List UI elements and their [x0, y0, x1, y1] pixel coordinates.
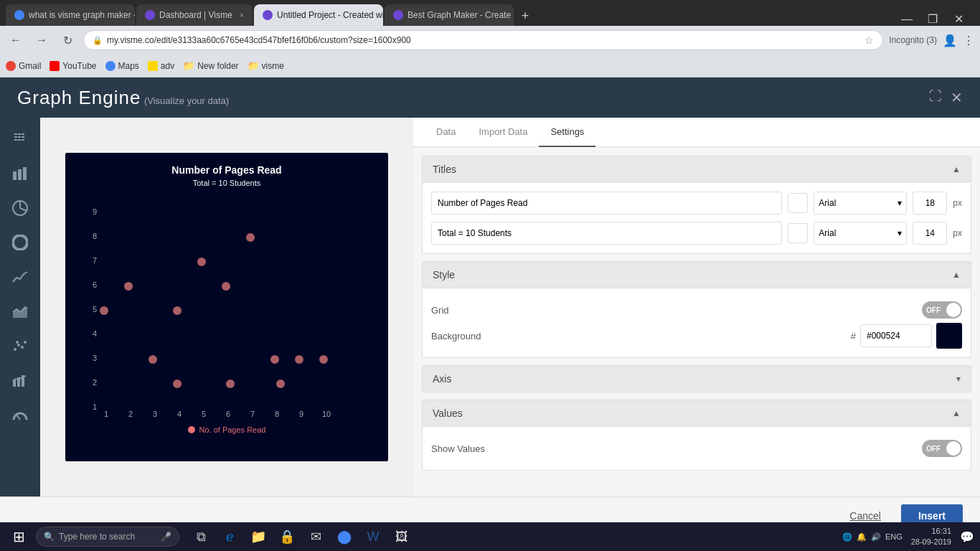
address-bar[interactable]: 🔒 my.visme.co/edit/e3133aa60c6765e43cd54… — [83, 30, 883, 50]
subtitle-size-input[interactable] — [913, 222, 947, 245]
tab-data[interactable]: Data — [425, 118, 467, 147]
tab4-label: Best Graph Maker - Create Free ... — [407, 10, 514, 20]
taskbar-edge[interactable]: ℯ — [218, 525, 241, 548]
taskbar-sys-icons: 🌐 🔔 🔊 ENG — [842, 532, 903, 542]
axis-collapse-icon: ▾ — [956, 374, 961, 384]
taskbar-word[interactable]: W — [362, 525, 385, 548]
bookmark-gmail[interactable]: Gmail — [6, 61, 41, 71]
subtitle-font-chevron: ▾ — [897, 228, 902, 238]
bookmark-adv[interactable]: adv — [148, 61, 174, 71]
style-section-header[interactable]: Style ▲ — [422, 261, 971, 288]
sidebar-icon-bar-chart[interactable] — [4, 158, 36, 189]
taskbar-chrome[interactable]: ⬤ — [333, 525, 356, 548]
svg-point-15 — [13, 235, 27, 250]
axis-section-header[interactable]: Axis ▾ — [422, 365, 971, 392]
scatter-icon — [12, 339, 28, 352]
taskbar-right: 🌐 🔔 🔊 ENG 16:31 28-09-2019 💬 — [842, 526, 974, 548]
subtitle-font-label: Arial — [819, 228, 836, 238]
bookmark-visme[interactable]: 📁 visme — [248, 60, 284, 71]
app-header: Graph Engine (Visualize your data) ⛶ ✕ — [0, 77, 980, 118]
close-button[interactable]: ✕ — [948, 12, 969, 26]
refresh-button[interactable]: ↻ — [57, 30, 77, 50]
sidebar-icon-area-chart[interactable] — [4, 296, 36, 327]
expand-icon[interactable]: ⛶ — [929, 89, 942, 106]
titles-section-title: Titles — [433, 164, 456, 175]
sidebar-icon-pie-chart[interactable] — [4, 192, 36, 224]
tab-import-data[interactable]: Import Data — [467, 118, 539, 147]
taskbar-app-icons: ⧉ ℯ 📁 🔒 ✉ ⬤ W 🖼 — [189, 525, 413, 548]
tab-settings[interactable]: Settings — [539, 118, 595, 147]
title-px-label: px — [953, 198, 962, 208]
svg-point-20 — [24, 341, 27, 344]
hex-input[interactable] — [860, 324, 932, 347]
svg-rect-2 — [22, 133, 24, 135]
close-app-icon[interactable]: ✕ — [951, 89, 963, 106]
browser-tab-4[interactable]: Best Graph Maker - Create Free ... × — [385, 4, 514, 26]
title-size-input[interactable] — [913, 192, 947, 215]
sidebar-icon-scatter[interactable] — [4, 330, 36, 362]
taskbar-search[interactable]: 🔍 Type here to search 🎤 — [36, 527, 179, 547]
svg-text:3: 3 — [93, 354, 97, 362]
sidebar-icon-combo-chart[interactable] — [4, 364, 36, 396]
titles-section-header[interactable]: Titles ▲ — [422, 156, 971, 183]
sidebar-icon-gauge[interactable] — [4, 399, 36, 430]
svg-text:3: 3 — [153, 410, 157, 418]
titles-section-content: Arial ▾ px Arial ▾ px — [422, 183, 971, 254]
sidebar-icon-line-chart[interactable] — [4, 261, 36, 293]
app-title: Graph Engine — [17, 87, 141, 108]
svg-point-47 — [149, 355, 157, 364]
style-section-title: Style — [433, 269, 455, 281]
svg-point-49 — [197, 258, 206, 266]
taskbar-security[interactable]: 🔒 — [275, 525, 298, 548]
menu-icon[interactable]: ⋮ — [963, 34, 974, 47]
subtitle-px-label: px — [953, 228, 962, 238]
bookmark-new-folder[interactable]: 📁 New folder — [183, 60, 238, 71]
taskbar-file-explorer[interactable]: 📁 — [247, 525, 270, 548]
title-field-row: Arial ▾ px — [431, 192, 962, 215]
title-font-select[interactable]: Arial ▾ — [814, 192, 907, 215]
subtitle-field-row: Arial ▾ px — [431, 222, 962, 245]
tab2-close[interactable]: × — [240, 11, 244, 19]
lock-icon: 🔒 — [93, 36, 103, 45]
browser-tab-2[interactable]: Dashboard | Visme × — [136, 4, 253, 26]
show-values-toggle[interactable]: OFF — [922, 440, 962, 457]
minimize-button[interactable]: — — [897, 13, 917, 26]
subtitle-font-select[interactable]: Arial ▾ — [814, 222, 907, 245]
background-right: # — [851, 323, 962, 349]
title-color-swatch[interactable] — [788, 193, 808, 213]
main-layout: Number of Pages Read Total = 10 Students… — [0, 118, 980, 496]
back-button[interactable]: ← — [6, 30, 26, 50]
svg-rect-11 — [23, 167, 27, 180]
grid-toggle[interactable]: OFF — [922, 301, 962, 319]
tab2-favicon — [145, 10, 155, 20]
subtitle-text-input[interactable] — [431, 222, 782, 245]
taskbar-photos[interactable]: 🖼 — [390, 525, 413, 548]
donut-chart-icon — [12, 235, 28, 250]
subtitle-color-swatch[interactable] — [788, 223, 808, 243]
sidebar-icon-donut-chart[interactable] — [4, 227, 36, 258]
svg-point-17 — [14, 348, 17, 351]
bookmarks-bar: Gmail YouTube Maps adv 📁 New folder 📁 vi… — [0, 55, 980, 77]
maximize-button[interactable]: ❐ — [923, 12, 943, 26]
svg-point-56 — [319, 355, 328, 364]
title-text-input[interactable] — [431, 192, 782, 215]
new-tab-button[interactable]: + — [515, 6, 535, 26]
grid-label: Grid — [431, 305, 449, 316]
start-button[interactable]: ⊞ — [6, 524, 32, 550]
star-icon[interactable]: ☆ — [864, 34, 874, 46]
taskbar-task-view[interactable]: ⧉ — [189, 525, 212, 548]
notification-icon[interactable]: 💬 — [960, 530, 974, 544]
browser-tab-1[interactable]: what is visme graph maker - Goo × — [6, 4, 135, 26]
background-color-swatch[interactable] — [936, 323, 962, 349]
bookmark-maps[interactable]: Maps — [105, 61, 139, 71]
browser-tab-3[interactable]: Untitled Project - Created with V × — [254, 4, 383, 26]
bookmark-adv-label: adv — [161, 61, 174, 71]
taskbar-mail[interactable]: ✉ — [304, 525, 327, 548]
forward-button[interactable]: → — [32, 30, 52, 50]
combo-chart-icon — [12, 374, 28, 387]
svg-text:4: 4 — [93, 329, 97, 338]
sidebar-icon-1[interactable] — [4, 123, 36, 155]
svg-rect-0 — [14, 133, 17, 135]
bookmark-youtube[interactable]: YouTube — [50, 61, 96, 71]
values-section-header[interactable]: Values ▲ — [422, 400, 971, 427]
